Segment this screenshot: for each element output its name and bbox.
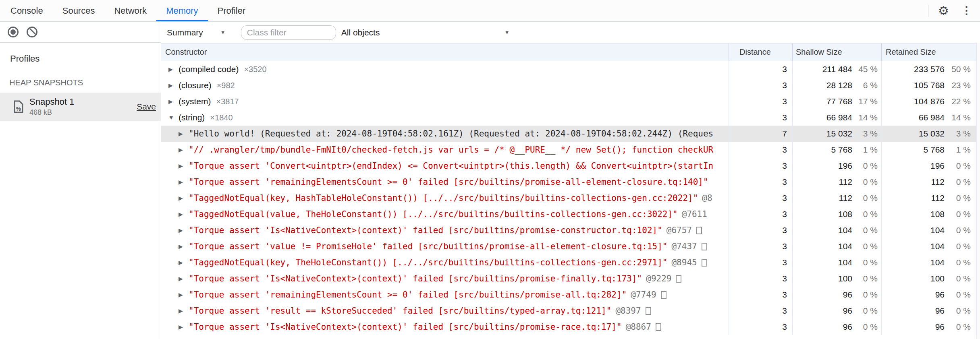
expand-triangle-icon[interactable]: ▶ [179, 227, 185, 234]
column-header-shallow-size[interactable]: Shallow Size [792, 43, 881, 61]
expand-triangle-icon[interactable]: ▶ [179, 179, 185, 185]
distance-value: 3 [782, 177, 787, 187]
object-id: @8867 [626, 322, 651, 332]
shallow-size-cell: 1040 % [792, 238, 881, 254]
distance-cell: 3 [729, 271, 792, 287]
tab-profiler[interactable]: Profiler [208, 0, 255, 21]
distance-cell: 3 [729, 238, 792, 254]
object-id: @9229 [646, 274, 671, 283]
class-filter-input[interactable] [241, 25, 336, 40]
tab-sources[interactable]: Sources [53, 0, 105, 21]
expand-triangle-icon[interactable]: ▶ [179, 291, 185, 298]
shallow-size-cell: 1120 % [792, 174, 881, 190]
expand-triangle-icon[interactable]: ▶ [168, 66, 175, 72]
string-preview: "Torque assert 'result == kStoreSucceded… [189, 306, 611, 316]
shallow-size-value: 66 984 [793, 113, 852, 122]
expand-triangle-icon[interactable]: ▶ [168, 82, 175, 89]
shallow-size-cell: 1000 % [792, 271, 881, 287]
retained-size-percent: 0 % [945, 209, 976, 219]
column-header-distance[interactable]: Distance [729, 43, 792, 61]
expand-triangle-icon[interactable]: ▶ [179, 243, 185, 250]
table-row[interactable]: ▶"TaggedNotEqual(value, TheHoleConstant(… [161, 206, 976, 222]
tab-network[interactable]: Network [104, 0, 156, 21]
tab-console[interactable]: Console [1, 0, 53, 21]
distance-value: 7 [782, 129, 787, 138]
reveal-icon[interactable] [702, 243, 707, 250]
table-row[interactable]: ▶(system)×3817377 76817 %104 87622 % [161, 93, 976, 110]
distance-value: 3 [782, 193, 787, 203]
vertical-scrollbar[interactable] [976, 43, 980, 339]
table-row[interactable]: ▶(closure)×982328 1286 %105 76823 % [161, 77, 976, 93]
kebab-menu-icon[interactable]: ⋮ [961, 5, 972, 16]
distance-cell: 3 [729, 158, 792, 174]
shallow-size-cell: 1040 % [792, 254, 881, 271]
reveal-icon[interactable] [646, 307, 651, 315]
table-row[interactable]: ▶"Torque assert 'value != PromiseHole' f… [161, 238, 976, 254]
constructor-cell: ▶"Torque assert 'Is<NativeContext>(conte… [161, 222, 729, 238]
expand-triangle-icon[interactable]: ▶ [179, 195, 185, 201]
retained-size-value: 104 [882, 258, 945, 267]
table-row[interactable]: ▶"Torque assert 'remainingElementsCount … [161, 287, 976, 303]
tab-bar-actions: ⚙ ⋮ [928, 0, 980, 21]
shallow-size-cell: 1040 % [792, 222, 881, 238]
reveal-icon[interactable] [702, 259, 707, 267]
shallow-size-percent: 3 % [852, 129, 881, 138]
distance-value: 3 [782, 113, 787, 122]
retained-size-value: 104 [882, 242, 945, 251]
retained-size-cell: 104 87622 % [881, 93, 976, 110]
expand-triangle-icon[interactable]: ▶ [179, 130, 185, 137]
retained-size-cell: 1000 % [881, 271, 976, 287]
snapshot-size: 468 kB [29, 108, 74, 117]
column-header-retained-size[interactable]: Retained Size [881, 43, 976, 61]
table-row[interactable]: ▶(compiled code)×35203211 48445 %233 576… [161, 61, 976, 77]
object-id: @8397 [615, 306, 641, 316]
expand-triangle-icon[interactable]: ▶ [179, 211, 185, 217]
table-row[interactable]: ▶"Torque assert 'remainingElementsCount … [161, 174, 976, 190]
retained-size-percent: 0 % [945, 306, 976, 316]
reveal-icon[interactable] [676, 275, 681, 283]
objects-filter-selector[interactable]: All objects ▼ [341, 28, 510, 37]
perspective-selector[interactable]: Summary ▼ [167, 28, 226, 37]
tab-profiler-label: Profiler [218, 6, 246, 16]
table-row[interactable]: ▶"Torque assert 'Is<NativeContext>(conte… [161, 319, 976, 335]
column-header-constructor[interactable]: Constructor [161, 48, 729, 57]
distance-value: 3 [782, 242, 787, 251]
distance-value: 3 [782, 145, 787, 155]
record-heap-snapshot-icon[interactable] [8, 27, 19, 37]
save-snapshot-link[interactable]: Save [137, 102, 156, 112]
shallow-size-percent: 0 % [852, 193, 881, 203]
expand-triangle-icon[interactable]: ▶ [179, 308, 185, 314]
table-row[interactable]: ▼(string)×1840366 98414 %66 98414 % [161, 110, 976, 126]
table-row[interactable]: ▶"Torque assert 'Is<NativeContext>(conte… [161, 271, 976, 287]
table-row[interactable]: ▶"TaggedNotEqual(key, TheHoleConstant())… [161, 254, 976, 271]
shallow-size-percent: 0 % [852, 209, 881, 219]
tab-memory[interactable]: Memory [156, 0, 208, 21]
expand-triangle-icon[interactable]: ▶ [179, 259, 185, 266]
table-rows: ▶(compiled code)×35203211 48445 %233 576… [161, 61, 980, 339]
shallow-size-value: 15 032 [793, 129, 852, 138]
table-row[interactable]: ▶"Torque assert 'result == kStoreSuccede… [161, 303, 976, 319]
reveal-icon[interactable] [656, 323, 661, 331]
expand-triangle-icon[interactable]: ▶ [179, 163, 185, 169]
shallow-size-cell: 1080 % [792, 206, 881, 222]
clear-profiles-icon[interactable] [27, 27, 37, 37]
sidebar-item-snapshot-1[interactable]: % Snapshot 1 468 kB Save [0, 93, 161, 121]
reveal-icon[interactable] [696, 227, 702, 234]
expand-triangle-icon[interactable]: ▶ [179, 275, 185, 282]
table-row[interactable]: ▶"// .wrangler/tmp/bundle-FmNIt0/checked… [161, 142, 976, 158]
expand-triangle-icon[interactable]: ▶ [168, 98, 175, 105]
distance-value: 3 [782, 274, 787, 283]
constructor-cell: ▶"// .wrangler/tmp/bundle-FmNIt0/checked… [161, 142, 729, 158]
expand-triangle-icon[interactable]: ▶ [179, 324, 185, 330]
collapse-triangle-icon[interactable]: ▼ [168, 114, 175, 121]
table-row[interactable]: ▶"Torque assert 'Is<NativeContext>(conte… [161, 222, 976, 238]
table-row[interactable]: ▶"Hello world! (Requested at: 2024-08-19… [161, 126, 976, 142]
shallow-size-percent: 17 % [852, 97, 881, 106]
reveal-icon[interactable] [661, 291, 666, 299]
settings-gear-icon[interactable]: ⚙ [938, 5, 949, 17]
table-row[interactable]: ▶"Torque assert 'Convert<uintptr>(endInd… [161, 158, 976, 174]
table-row[interactable]: ▶"TaggedNotEqual(key, HashTableHoleConst… [161, 190, 976, 206]
svg-text:%: % [16, 105, 21, 112]
expand-triangle-icon[interactable]: ▶ [179, 147, 185, 153]
tab-memory-label: Memory [166, 6, 198, 16]
